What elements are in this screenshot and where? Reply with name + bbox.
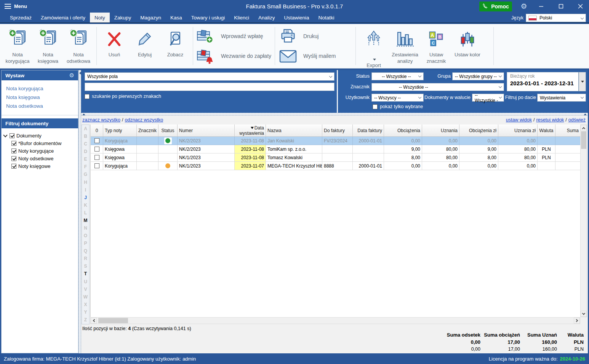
tree-node-dokumenty[interactable]: Dokumenty — [3, 132, 77, 139]
gear-icon[interactable]: ⚙ — [69, 72, 74, 79]
search-first-chars-checkbox[interactable] — [85, 94, 90, 99]
ustaw-znacznik-button[interactable]: ABCUstawznacznik — [422, 24, 451, 69]
alphabet-letter-S[interactable]: S — [84, 264, 87, 268]
alphabet-letter-B[interactable]: B — [84, 134, 87, 139]
set-view-link[interactable]: ustaw widok — [506, 117, 532, 123]
column-header-znacznik[interactable]: Znacznik — [137, 125, 158, 137]
zobacz-button[interactable]: Zobacz — [161, 24, 189, 69]
group-filter-select[interactable]: -- Wszystkie grupy -- — [452, 72, 504, 80]
edytuj-button[interactable]: Edytuj — [131, 24, 159, 69]
drukuj-button[interactable]: Drukuj — [278, 28, 353, 45]
export-button[interactable]: Export — [359, 24, 388, 69]
tree-checkbox[interactable] — [11, 148, 16, 153]
alphabet-letter-V[interactable]: V — [84, 287, 87, 292]
select-all-link[interactable]: zaznacz wszystko — [82, 117, 120, 123]
tree-checkbox[interactable] — [11, 141, 16, 146]
alphabet-letter-T[interactable]: T — [84, 272, 87, 276]
row-checkbox[interactable] — [94, 155, 99, 160]
menu-tab-towary-i-usługi[interactable]: Towary i usługi — [187, 13, 230, 22]
alphabet-letter-L[interactable]: L — [84, 211, 87, 215]
alphabet-letter-K[interactable]: K — [84, 203, 87, 208]
wyślij-mailem-button[interactable]: Wyślij mailem — [278, 48, 353, 65]
table-row[interactable]: KorygującaNK/1/20232023-11-07MEGA-TECH K… — [91, 162, 580, 170]
alphabet-letter-Q[interactable]: Q — [84, 249, 87, 253]
tree-node-noty-księgowe[interactable]: Noty księgowe — [11, 162, 77, 170]
reset-view-link[interactable]: resetuj widok — [536, 117, 564, 123]
menu-tab-magazyn[interactable]: Magazyn — [136, 13, 166, 22]
ustaw-kolor-button[interactable]: Ustaw kolor — [453, 24, 482, 69]
sidebar-link-nota-korygująca[interactable]: Nota korygująca — [2, 84, 78, 93]
alphabet-letter-D[interactable]: D — [84, 150, 87, 154]
vertical-splitter[interactable] — [78, 70, 81, 353]
column-header-nazwa[interactable]: Nazwa — [266, 125, 322, 137]
alphabet-letter-A[interactable]: A — [84, 127, 87, 131]
alphabet-letter-J[interactable]: J — [84, 196, 87, 200]
search-field-select[interactable]: Wszystkie pola — [85, 72, 335, 81]
column-header-obciążenia-zł[interactable]: Obciążenia zł — [459, 125, 498, 137]
wprowadź-wpłatę-button[interactable]: Wprowadź wpłatę — [196, 28, 272, 45]
sidebar-link-nota-odsetkowa[interactable]: Nota odsetkowa — [2, 102, 78, 110]
currency-filter-select[interactable]: -- Wszystkie - — [472, 94, 504, 102]
alphabet-letter-C[interactable]: C — [84, 142, 87, 146]
maximize-button[interactable] — [553, 1, 568, 11]
row-checkbox[interactable] — [94, 138, 99, 143]
close-button[interactable] — [573, 1, 588, 11]
table-row[interactable]: KsięgowaNK/1/20232023-11-08Tomasz Kowals… — [91, 153, 580, 162]
column-header-status[interactable]: Status — [158, 125, 178, 137]
alphabet-letter-Y[interactable]: Y — [84, 310, 87, 315]
row-checkbox[interactable] — [94, 163, 99, 168]
tree-checkbox[interactable] — [10, 133, 14, 138]
date-range-dropdown-button[interactable] — [579, 72, 586, 91]
alphabet-letter-M[interactable]: M — [84, 219, 88, 223]
date-filter-select[interactable]: Wystawienia — [537, 94, 586, 102]
tree-node-noty-odsetkowe[interactable]: Noty odsetkowe — [11, 155, 77, 162]
sidebar-link-nota-księgowa[interactable]: Nota księgowa — [2, 93, 78, 102]
menu-tab-noty[interactable]: Noty — [90, 13, 110, 22]
scroll-right-button[interactable] — [574, 318, 580, 324]
help-button[interactable]: Pomoc — [479, 2, 512, 11]
hamburger-menu-icon[interactable] — [5, 4, 11, 9]
gear-icon[interactable]: ⚙ — [519, 1, 529, 11]
horizontal-scrollbar[interactable] — [90, 317, 580, 324]
column-header-do-faktury[interactable]: Do faktury — [322, 125, 353, 137]
column-header-numer[interactable]: Numer — [178, 125, 235, 137]
column-header-suma[interactable]: Suma — [555, 125, 581, 137]
deselect-all-link[interactable]: odznacz wszystko — [125, 117, 163, 123]
table-row[interactable]: KsięgowaNK/2/20232023-11-08TomiKam sp. z… — [91, 145, 580, 153]
alphabet-letter-N[interactable]: N — [84, 226, 87, 230]
column-header-uznania[interactable]: Uznania — [422, 125, 459, 137]
wezwanie-do-zapłaty-button[interactable]: Wezwanie do zapłaty — [196, 48, 272, 65]
alphabet-letter-G[interactable]: G — [84, 172, 87, 177]
table-row[interactable]: KorygującaNK/2/20232023-11-08Jan Kowalsk… — [91, 137, 580, 145]
expander-icon[interactable] — [3, 133, 7, 137]
alphabet-letter-W[interactable]: W — [83, 295, 88, 299]
column-header-0[interactable]: 0 — [91, 125, 103, 137]
tree-node-noty-korygujące[interactable]: Noty korygujące — [11, 147, 77, 155]
show-selected-checkbox[interactable] — [373, 104, 378, 109]
column-header-waluta[interactable]: Waluta — [538, 125, 555, 137]
language-select[interactable]: Polski — [526, 14, 586, 22]
alphabet-letter-F[interactable]: F — [84, 165, 87, 169]
menu-tab-klienci[interactable]: Klienci — [229, 13, 254, 22]
marker-filter-select[interactable]: -- Wszystkie -- — [371, 83, 504, 91]
alphabet-letter-E[interactable]: E — [84, 157, 87, 161]
nota-odsetkowa-button[interactable]: Notaodsetkowa — [63, 24, 94, 69]
vertical-scrollbar[interactable] — [580, 125, 587, 317]
usuń-button[interactable]: Usuń — [100, 24, 128, 69]
alphabet-letter-R[interactable]: R — [84, 257, 87, 261]
status-filter-select[interactable]: -- Wszystkie -- — [371, 72, 424, 80]
refresh-link[interactable]: odśwież — [568, 117, 586, 123]
column-header-obciążenia[interactable]: Obciążenia — [384, 125, 422, 137]
horizontal-splitter[interactable] — [81, 113, 588, 115]
search-input[interactable] — [85, 83, 335, 91]
date-range-box[interactable]: Bieżący rok 2023-01-01 - 2023-12-31 — [507, 72, 579, 91]
menu-tab-zakupy[interactable]: Zakupy — [110, 13, 136, 22]
menu-tab-analizy[interactable]: Analizy — [254, 13, 280, 22]
column-header-data-wystawienia[interactable]: Datawystawienia — [235, 125, 266, 137]
scroll-up-button[interactable] — [581, 125, 587, 131]
alphabet-letter-Z[interactable]: Z — [84, 318, 87, 322]
menu-button[interactable]: Menu — [14, 3, 27, 9]
row-checkbox[interactable] — [94, 147, 99, 152]
tree-node--bufor-dokumentów[interactable]: *Bufor dokumentów — [11, 139, 77, 147]
scroll-down-button[interactable] — [581, 311, 587, 317]
